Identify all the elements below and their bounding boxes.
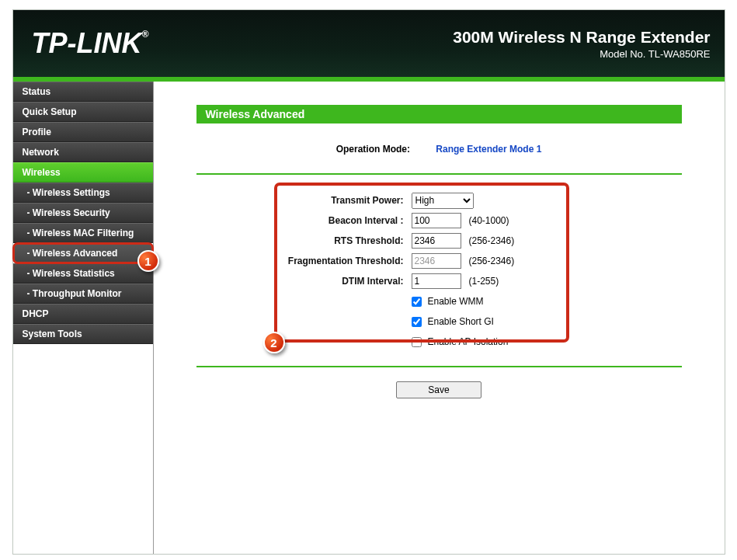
app-frame: TP-LINK® 300M Wireless N Range Extender … bbox=[12, 9, 725, 555]
enable-short-gi-checkbox[interactable] bbox=[412, 317, 422, 327]
enable-ap-isolation-checkbox[interactable] bbox=[412, 337, 422, 347]
fragmentation-threshold-hint: (256-2346) bbox=[469, 256, 515, 266]
fragmentation-threshold-input[interactable] bbox=[412, 253, 461, 269]
transmit-power-select[interactable]: High bbox=[412, 193, 474, 209]
sidebar-item-system-tools[interactable]: System Tools bbox=[13, 324, 153, 344]
enable-ap-isolation-label: Enable AP Isolation bbox=[428, 336, 509, 347]
sidebar-item-throughput-monitor[interactable]: - Throughput Monitor bbox=[13, 283, 153, 304]
product-title: 300M Wireless N Range Extender bbox=[453, 28, 710, 47]
sidebar: Status Quick Setup Profile Network Wirel… bbox=[13, 82, 153, 554]
sidebar-item-wireless-statistics[interactable]: - Wireless Statistics bbox=[13, 263, 153, 283]
dtim-interval-hint: (1-255) bbox=[469, 276, 499, 287]
operation-mode-label: Operation Mode: bbox=[336, 144, 410, 155]
sidebar-item-wireless[interactable]: Wireless bbox=[13, 162, 153, 183]
sidebar-item-quick-setup[interactable]: Quick Setup bbox=[13, 102, 153, 122]
header-right: 300M Wireless N Range Extender Model No.… bbox=[453, 28, 710, 60]
enable-wmm-label: Enable WMM bbox=[428, 296, 484, 307]
sidebar-item-wireless-settings[interactable]: - Wireless Settings bbox=[13, 183, 153, 203]
dtim-interval-input[interactable] bbox=[412, 273, 461, 289]
settings-form: 2 Transmit Power: High Beacon Interval :… bbox=[196, 184, 682, 358]
operation-mode-row: Operation Mode: Range Extender Mode 1 bbox=[196, 141, 682, 165]
annotation-badge-2: 2 bbox=[263, 332, 285, 353]
model-number: Model No. TL-WA850RE bbox=[453, 48, 710, 60]
beacon-interval-hint: (40-1000) bbox=[469, 215, 509, 226]
rts-threshold-input[interactable] bbox=[412, 233, 461, 249]
sidebar-item-dhcp[interactable]: DHCP bbox=[13, 304, 153, 324]
sidebar-item-network[interactable]: Network bbox=[13, 142, 153, 162]
header: TP-LINK® 300M Wireless N Range Extender … bbox=[13, 10, 725, 77]
annotation-badge-1: 1 bbox=[137, 250, 159, 272]
sidebar-item-wireless-security[interactable]: - Wireless Security bbox=[13, 203, 153, 223]
transmit-power-label: Transmit Power: bbox=[196, 195, 412, 206]
operation-mode-value: Range Extender Mode 1 bbox=[436, 144, 541, 155]
main-content: Wireless Advanced Operation Mode: Range … bbox=[153, 82, 725, 554]
rts-threshold-hint: (256-2346) bbox=[469, 235, 515, 246]
beacon-interval-label: Beacon Interval : bbox=[196, 215, 412, 226]
enable-short-gi-label: Enable Short GI bbox=[428, 316, 494, 327]
page-title: Wireless Advanced bbox=[196, 105, 682, 123]
dtim-interval-label: DTIM Interval: bbox=[196, 276, 412, 287]
enable-wmm-checkbox[interactable] bbox=[412, 297, 422, 307]
fragmentation-threshold-label: Fragmentation Threshold: bbox=[196, 256, 412, 266]
sidebar-item-wireless-mac-filtering[interactable]: - Wireless MAC Filtering bbox=[13, 223, 153, 243]
beacon-interval-input[interactable] bbox=[412, 213, 461, 228]
divider bbox=[196, 173, 682, 175]
rts-threshold-label: RTS Threshold: bbox=[196, 235, 412, 246]
sidebar-item-status[interactable]: Status bbox=[13, 82, 153, 102]
logo: TP-LINK® bbox=[32, 27, 149, 60]
sidebar-item-profile[interactable]: Profile bbox=[13, 122, 153, 142]
sidebar-item-wireless-advanced[interactable]: - Wireless Advanced bbox=[13, 243, 153, 263]
save-button[interactable]: Save bbox=[396, 381, 481, 398]
